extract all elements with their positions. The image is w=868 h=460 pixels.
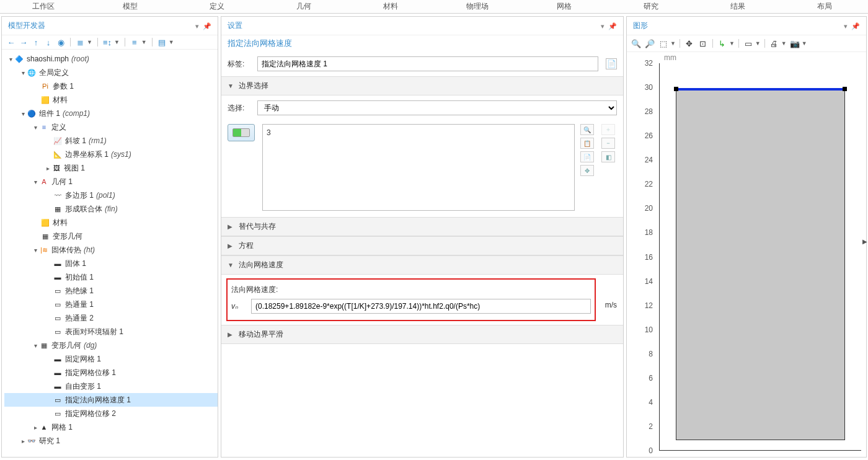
expand-icon[interactable]: ≡↕ (103, 38, 112, 46)
pin-icon[interactable]: 📌 (851, 22, 860, 30)
y-axis: 32302826242220181614121086420 (627, 63, 655, 451)
corner-handle[interactable] (843, 87, 847, 91)
tree-initial[interactable]: ▬初始值 1 (4, 270, 218, 284)
tree-definitions[interactable]: ▾≡定义 (4, 120, 218, 134)
geometry-rectangle[interactable] (676, 89, 845, 441)
tree-params[interactable]: Pi参数 1 (4, 79, 218, 93)
globe-icon: 🌐 (27, 68, 37, 77)
remove-icon[interactable]: － (601, 138, 615, 149)
tree-materials2[interactable]: 🟨材料 (4, 216, 218, 229)
nvel-icon: ▭ (53, 395, 63, 405)
y-tick-label: 10 (645, 325, 653, 334)
print-icon[interactable]: 🖨 (769, 38, 780, 49)
pin-icon[interactable]: 📌 (203, 22, 211, 30)
nav-up-icon[interactable]: ↑ (32, 38, 40, 46)
ramp-icon: 📈 (53, 136, 63, 146)
section-smooth[interactable]: ▶移动边界平滑 (221, 325, 623, 344)
list2-icon[interactable]: ▤ (157, 38, 166, 46)
tree-normal-velocity[interactable]: ▭指定法向网格速度 1 (4, 393, 218, 407)
y-tick-label: 8 (649, 350, 653, 358)
settings-title: 设置 (228, 20, 242, 31)
y-tick-label: 22 (645, 180, 653, 188)
nav-fwd-icon[interactable]: → (19, 38, 28, 46)
tree-study[interactable]: ▸👓研究 1 (4, 434, 218, 448)
ribbon-group-labels: 工作区 模型 定义 几何 材料 物理场 网格 研究 结果 布局 (0, 0, 868, 14)
list-icon[interactable]: ≡ (130, 38, 139, 46)
tag-link-icon[interactable]: 📄 (606, 58, 617, 69)
model-toolbar: ← → ↑ ↓ ◉ ≣▼ ≡↕▼ ≡▼ ▤▼ (2, 35, 218, 50)
selection-toggle[interactable] (228, 124, 255, 141)
camera-icon[interactable]: 📷 (789, 38, 800, 49)
tree-dg[interactable]: ▾▦变形几何(dg) (4, 338, 218, 352)
y-tick-label: 6 (649, 374, 653, 383)
tree-fixed-mesh[interactable]: ▬固定网格 1 (4, 352, 218, 366)
pin-icon[interactable]: 📌 (608, 22, 617, 30)
model-builder-title: 模型开发器 (8, 20, 45, 31)
view-icon[interactable]: ▭ (743, 38, 754, 49)
tree-materials[interactable]: 🟨材料 (4, 93, 218, 107)
paste-icon[interactable]: 📄 (580, 151, 594, 162)
copy-icon[interactable]: 📋 (580, 138, 594, 149)
tree-heatflux1[interactable]: ▭热通量 1 (4, 298, 218, 311)
tree-insulation[interactable]: ▭热绝缘 1 (4, 284, 218, 298)
highlight-icon[interactable]: ◧ (601, 151, 615, 162)
add-icon[interactable]: ＋ (601, 124, 615, 135)
collapse-icon[interactable]: ≣ (76, 38, 84, 46)
y-tick-label: 24 (645, 156, 653, 164)
pi-icon: Pi (40, 81, 50, 91)
tree-geometry[interactable]: ▾A几何 1 (4, 175, 218, 188)
extents-icon[interactable]: ⊡ (698, 38, 709, 49)
tree-mesh[interactable]: ▸▲网格 1 (4, 420, 218, 434)
plot-area[interactable]: mm 32302826242220181614121086420 ▶ (627, 52, 866, 457)
dropdown-icon[interactable]: ▾ (195, 22, 199, 30)
ht-icon: |≋ (39, 245, 49, 255)
section-boundary-selection[interactable]: ▼边界选择 (221, 76, 623, 95)
dropdown-icon[interactable]: ▾ (601, 22, 604, 30)
selection-dropdown[interactable]: 手动 (257, 100, 617, 115)
zoom-box-icon[interactable]: ⬚ (658, 38, 669, 49)
velocity-highlight-box: 法向网格速度: vₙ (226, 278, 596, 321)
tree-boundary-sys[interactable]: 📐边界坐标系 1(sys1) (4, 148, 218, 161)
tree-heatflux2[interactable]: ▭热通量 2 (4, 311, 218, 325)
tree-free-deform[interactable]: ▬自由变形 1 (4, 379, 218, 393)
polygon-icon: 〰 (53, 190, 63, 200)
section-equation[interactable]: ▶方程 (221, 236, 623, 255)
tree-deform-geom[interactable]: ▦变形几何 (4, 229, 218, 243)
list-item[interactable]: 3 (267, 128, 570, 137)
tag-input[interactable] (257, 56, 598, 71)
vn-symbol: vₙ (231, 302, 246, 311)
tree-solid[interactable]: ▬固体 1 (4, 257, 218, 270)
tree-heat-transfer[interactable]: ▾|≋固体传热(ht) (4, 243, 218, 257)
ribbon-physics: 物理场 (434, 0, 521, 13)
y-tick-label: 30 (645, 83, 653, 92)
tree-view[interactable]: ▸🖼视图 1 (4, 161, 218, 175)
axis-arrow: ▶ (862, 238, 867, 245)
show-icon[interactable]: ◉ (56, 38, 65, 46)
vn-input[interactable] (251, 299, 591, 314)
tree-disp2[interactable]: ▭指定网格位移 2 (4, 407, 218, 420)
tree-union[interactable]: ▦形成联合体(fin) (4, 202, 218, 216)
zoom-sel-icon[interactable]: 🔍 (580, 124, 594, 135)
pan-icon[interactable]: ✥ (684, 38, 695, 49)
section-normal-velocity[interactable]: ▼法向网格速度 (221, 255, 623, 275)
axes-icon[interactable]: ↳ (717, 38, 728, 49)
tree-global-def[interactable]: ▾🌐全局定义 (4, 66, 218, 79)
corner-handle[interactable] (674, 87, 678, 91)
tree-disp1[interactable]: ▬指定网格位移 1 (4, 366, 218, 379)
tree-root[interactable]: ▾🔷shaoshi.mph(root) (4, 52, 218, 66)
nav-back-icon[interactable]: ← (7, 38, 16, 46)
tree-radiation[interactable]: ▭表面对环境辐射 1 (4, 325, 218, 338)
selection-list[interactable]: 3 (262, 124, 575, 211)
tree-ramp[interactable]: 📈斜坡 1(rm1) (4, 134, 218, 148)
nav-down-icon[interactable]: ↓ (44, 38, 53, 46)
move-icon[interactable]: ✥ (580, 165, 594, 176)
model-tree[interactable]: ▾🔷shaoshi.mph(root) ▾🌐全局定义 Pi参数 1 🟨材料 ▾🔵… (2, 50, 218, 457)
zoom-in-icon[interactable]: 🔍 (631, 38, 642, 49)
section-override[interactable]: ▶替代与共存 (221, 217, 623, 236)
tree-polygon[interactable]: 〰多边形 1(pol1) (4, 188, 218, 202)
zoom-out-icon[interactable]: 🔎 (644, 38, 655, 49)
plot-canvas[interactable] (659, 63, 861, 451)
selected-boundary[interactable] (675, 88, 846, 91)
tree-component[interactable]: ▾🔵组件 1(comp1) (4, 107, 218, 120)
dropdown-icon[interactable]: ▾ (844, 22, 848, 30)
